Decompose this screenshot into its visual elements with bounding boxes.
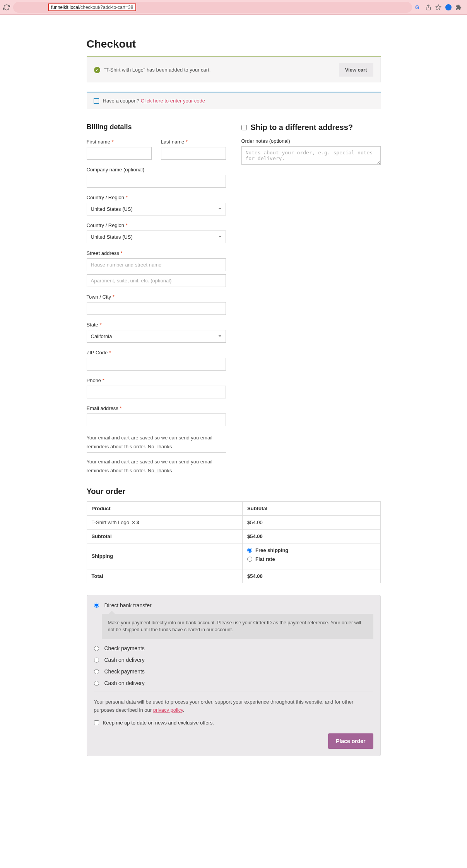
ship-different-checkbox[interactable] <box>241 125 247 130</box>
star-icon[interactable] <box>435 4 441 10</box>
email-helper-2: Your email and cart are saved so we can … <box>87 457 226 475</box>
pay-method-cod-2[interactable]: Cash on delivery <box>94 680 373 686</box>
street-input-2[interactable] <box>87 274 226 287</box>
first-name-label: First name * <box>87 139 152 145</box>
last-name-input[interactable] <box>161 147 226 160</box>
page-title: Checkout <box>87 38 381 50</box>
table-row: T-Shirt with Logo × 3 $54.00 <box>87 515 380 529</box>
email-label: Email address * <box>87 405 226 411</box>
order-notes-input[interactable] <box>241 146 381 165</box>
last-name-label: Last name * <box>161 139 226 145</box>
company-input[interactable] <box>87 175 226 188</box>
notice-text: "T-Shirt with Logo" has been added to yo… <box>104 67 211 73</box>
your-order-title: Your order <box>87 487 381 496</box>
no-thanks-link-2[interactable]: No Thanks <box>148 468 172 473</box>
email-input[interactable] <box>87 413 226 426</box>
profile-icon[interactable] <box>445 4 452 10</box>
state-select[interactable]: California <box>87 330 226 343</box>
share-icon[interactable] <box>425 4 431 10</box>
place-order-button[interactable]: Place order <box>328 733 373 749</box>
no-thanks-link-1[interactable]: No Thanks <box>148 444 172 449</box>
company-label: Company name (optional) <box>87 167 226 173</box>
phone-input[interactable] <box>87 386 226 398</box>
privacy-link[interactable]: privacy policy <box>153 707 183 713</box>
ship-different-label: Ship to a different address? <box>251 123 353 132</box>
payment-box: Direct bank transfer Make your payment d… <box>87 595 381 756</box>
street-label: Street address * <box>87 250 226 256</box>
th-product: Product <box>87 501 243 515</box>
url-text: funnelkit.local/checkout/?add-to-cart=38 <box>48 3 136 11</box>
google-icon[interactable]: G <box>415 4 421 10</box>
country-label: Country / Region * <box>87 195 226 200</box>
coupon-icon <box>94 98 99 104</box>
street-input-1[interactable] <box>87 258 226 271</box>
pay-method-check-1[interactable]: Check payments <box>94 645 373 651</box>
extensions-icon[interactable] <box>455 4 462 10</box>
newsletter-opt-in[interactable]: Keep me up to date on news and exclusive… <box>94 720 373 726</box>
ship-different-heading: Ship to a different address? <box>241 123 381 132</box>
shipping-free-option[interactable]: Free shipping <box>247 547 375 553</box>
check-icon: ✓ <box>94 67 100 73</box>
town-label: Town / City * <box>87 294 226 300</box>
pay-method-bank-desc: Make your payment directly into our bank… <box>102 614 373 639</box>
country-select-2[interactable]: United States (US) <box>87 231 226 243</box>
pay-method-cod-1[interactable]: Cash on delivery <box>94 657 373 663</box>
zip-input[interactable] <box>87 358 226 371</box>
svg-marker-0 <box>436 5 441 10</box>
coupon-bar: Have a coupon? Click here to enter your … <box>87 92 381 109</box>
order-notes-label: Order notes (optional) <box>241 138 381 144</box>
reload-icon[interactable] <box>3 4 10 11</box>
coupon-prompt: Have a coupon? Click here to enter your … <box>103 98 205 104</box>
browser-address-bar: funnelkit.local/checkout/?add-to-cart=38… <box>0 0 467 15</box>
first-name-input[interactable] <box>87 147 152 160</box>
order-table: Product Subtotal T-Shirt with Logo × 3 $… <box>87 501 381 583</box>
country-label-2: Country / Region * <box>87 222 226 228</box>
shipping-flat-option[interactable]: Flat rate <box>247 556 375 562</box>
coupon-link[interactable]: Click here to enter your code <box>141 98 205 104</box>
browser-toolbar-icons: G <box>415 4 464 10</box>
town-input[interactable] <box>87 302 226 315</box>
cart-notice: ✓ "T-Shirt with Logo" has been added to … <box>87 57 381 82</box>
billing-title: Billing details <box>87 123 226 131</box>
view-cart-button[interactable]: View cart <box>339 63 373 77</box>
phone-label: Phone * <box>87 378 226 383</box>
th-subtotal: Subtotal <box>243 501 380 515</box>
privacy-text: Your personal data will be used to proce… <box>94 698 373 714</box>
country-select[interactable]: United States (US) <box>87 203 226 215</box>
pay-method-check-2[interactable]: Check payments <box>94 668 373 675</box>
email-helper-1: Your email and cart are saved so we can … <box>87 433 226 453</box>
zip-label: ZIP Code * <box>87 350 226 355</box>
pay-method-bank[interactable]: Direct bank transfer <box>94 602 373 608</box>
url-bar[interactable]: funnelkit.local/checkout/?add-to-cart=38 <box>13 2 412 13</box>
state-label: State * <box>87 322 226 328</box>
